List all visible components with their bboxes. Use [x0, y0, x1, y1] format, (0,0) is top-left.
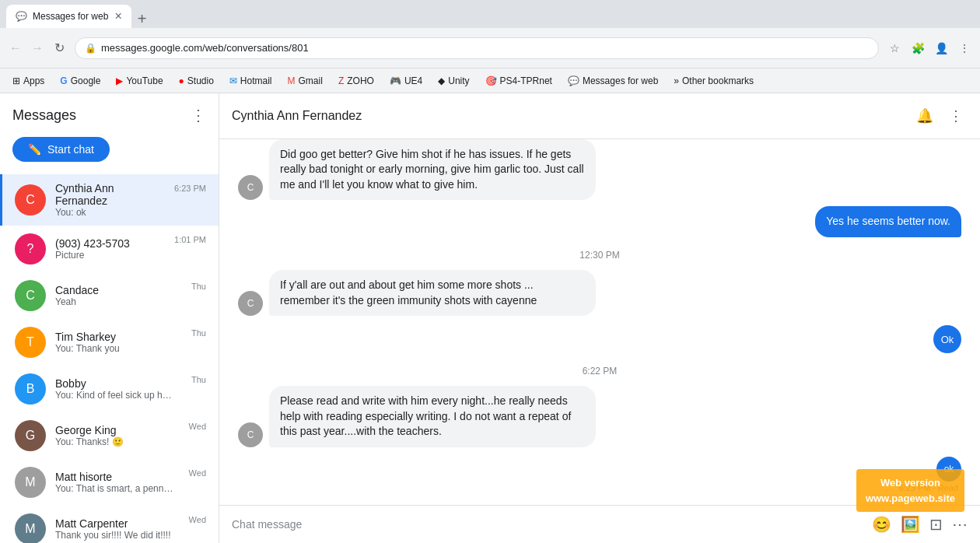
google-icon: G	[60, 75, 67, 86]
notification-btn[interactable]: 🔔	[912, 103, 938, 129]
conv-content: CandaceYeah	[55, 284, 176, 307]
conv-preview: You: Thank you	[55, 343, 176, 354]
bookmark-messages-web[interactable]: 💬 Messages for web	[562, 74, 664, 88]
conversation-item[interactable]: TTim SharkeyYou: Thank youThu	[0, 319, 219, 366]
conv-preview: You: ok	[55, 207, 159, 218]
conv-time: Wed	[189, 515, 206, 524]
bookmarks-bar: ⊞ Apps G Google ▶ YouTube ● Studio ✉ Hot…	[0, 68, 980, 93]
conversation-item[interactable]: MMatt CarpenterThank you sir!!!! We did …	[0, 506, 219, 543]
conv-name: Bobby	[55, 377, 176, 390]
bookmark-hotmail[interactable]: ✉ Hotmail	[223, 74, 278, 88]
avatar: T	[15, 327, 46, 358]
avatar: M	[15, 467, 46, 498]
avatar: C	[15, 280, 46, 311]
reload-btn[interactable]: ↻	[50, 39, 68, 58]
conv-content: (903) 423-5703Picture	[55, 237, 159, 261]
apps-icon: ⊞	[12, 75, 20, 86]
conversation-item[interactable]: MMatt hisorteYou: That is smart, a penny…	[0, 459, 219, 506]
chat-header: Cynthia Ann Fernandez 🔔 ⋮	[219, 93, 980, 139]
tab-title: Messages for web	[33, 11, 108, 22]
new-tab-btn[interactable]: +	[138, 10, 147, 28]
back-btn[interactable]: ←	[6, 39, 25, 58]
studio-icon: ●	[179, 75, 184, 86]
conv-preview: You: That is smart, a penny saved is a .…	[55, 483, 173, 494]
conv-name: Candace	[55, 284, 176, 296]
unity-icon: ◆	[438, 75, 445, 86]
tab-bar: 💬 Messages for web × +	[0, 0, 980, 28]
chat-messages: That is awesome, thank you for sending👍❤…	[219, 139, 980, 505]
chat-header-actions: 🔔 ⋮	[912, 103, 968, 129]
watermark-line2: www.pageweb.site	[866, 491, 955, 506]
conversation-item[interactable]: GGeorge KingYou: Thanks! 🙂Wed	[0, 412, 219, 459]
browser-bar: ← → ↻ 🔒 messages.google.com/web/conversa…	[0, 28, 980, 68]
hotmail-icon: ✉	[229, 75, 237, 86]
active-tab[interactable]: 💬 Messages for web ×	[6, 5, 131, 28]
timestamp-label: 12:30 PM	[238, 250, 961, 261]
avatar: ?	[15, 233, 46, 264]
bookmark-studio[interactable]: ● Studio	[173, 74, 220, 88]
sidebar: Messages ⋮ ✏️ Start chat CCynthia Ann Fe…	[0, 93, 219, 543]
conversation-list: CCynthia Ann FernandezYou: ok6:23 PM?(90…	[0, 174, 219, 543]
youtube-icon: ▶	[116, 75, 123, 86]
conv-name: Matt hisorte	[55, 471, 173, 483]
bookmark-google[interactable]: G Google	[54, 74, 107, 88]
profile-btn[interactable]: 👤	[932, 39, 950, 58]
extensions-btn[interactable]: 🧩	[908, 39, 927, 58]
conv-preview: You: Kind of feel sick up here I swear .…	[55, 390, 176, 401]
message-bubble: If y'all are out and about get him some …	[269, 270, 596, 316]
timestamp-label: 6:22 PM	[238, 366, 961, 377]
message-bubble: Did goo get better? Give him shot if he …	[269, 139, 596, 200]
conv-name: (903) 423-5703	[55, 237, 159, 250]
lock-icon: 🔒	[85, 43, 96, 54]
message-avatar: C	[238, 422, 263, 447]
browser-actions: ☆ 🧩 👤 ⋮	[885, 39, 974, 58]
chat-input[interactable]	[232, 518, 863, 531]
bookmark-ue4[interactable]: 🎮 UE4	[383, 74, 429, 88]
conv-time: 1:01 PM	[174, 235, 206, 244]
more-btn[interactable]: ⋯	[952, 515, 968, 534]
conv-time: Thu	[191, 375, 206, 384]
image-btn[interactable]: 🖼️	[901, 515, 920, 534]
ok-small-row: ok6:23 PM · Read	[238, 457, 961, 492]
conversation-item[interactable]: ?(903) 423-5703Picture1:01 PM	[0, 226, 219, 272]
message-row-sent: Yes he seems better now.	[238, 206, 961, 237]
address-bar[interactable]: 🔒 messages.google.com/web/conversations/…	[75, 37, 879, 59]
bookmark-other[interactable]: » Other bookmarks	[667, 74, 760, 88]
tab-close-btn[interactable]: ×	[114, 9, 121, 23]
zoho-icon: Z	[338, 75, 344, 86]
conv-content: BobbyYou: Kind of feel sick up here I sw…	[55, 377, 176, 401]
ok-circle-btn[interactable]: Ok	[933, 325, 961, 353]
start-chat-button[interactable]: ✏️ Start chat	[12, 137, 110, 162]
bookmark-apps[interactable]: ⊞ Apps	[6, 74, 51, 88]
forward-btn[interactable]: →	[28, 39, 47, 58]
conv-time: Wed	[189, 422, 206, 431]
watermark: Web version www.pageweb.site	[856, 469, 964, 512]
bookmark-gmail[interactable]: M Gmail	[282, 74, 329, 88]
bookmark-zoho[interactable]: Z ZOHO	[332, 74, 380, 88]
emoji-btn[interactable]: 😊	[872, 515, 891, 534]
expand-btn[interactable]: ⊡	[929, 515, 943, 534]
bookmark-youtube[interactable]: ▶ YouTube	[110, 74, 169, 88]
app-container: Messages ⋮ ✏️ Start chat CCynthia Ann Fe…	[0, 93, 980, 543]
conv-content: Matt hisorteYou: That is smart, a penny …	[55, 471, 173, 494]
menu-btn[interactable]: ⋮	[955, 39, 974, 58]
conv-content: Matt CarpenterThank you sir!!!! We did i…	[55, 517, 173, 541]
conversation-item[interactable]: BBobbyYou: Kind of feel sick up here I s…	[0, 366, 219, 412]
conv-time: Wed	[189, 468, 206, 478]
ps4-tpr-icon: 🎯	[485, 75, 497, 86]
conv-time: Thu	[191, 282, 206, 291]
tab-favicon: 💬	[16, 11, 26, 22]
sidebar-header: Messages ⋮	[0, 93, 219, 131]
sidebar-menu-btn[interactable]: ⋮	[191, 106, 206, 124]
conversation-item[interactable]: CCandaceYeahThu	[0, 272, 219, 319]
conv-time: 6:23 PM	[174, 184, 206, 193]
bookmark-star-btn[interactable]: ☆	[885, 39, 904, 58]
header-menu-btn[interactable]: ⋮	[944, 103, 968, 129]
avatar: C	[15, 184, 46, 215]
conversation-item[interactable]: CCynthia Ann FernandezYou: ok6:23 PM	[0, 174, 219, 226]
conv-name: Matt Carpenter	[55, 517, 173, 530]
conv-name: Cynthia Ann Fernandez	[55, 182, 159, 207]
bookmark-unity[interactable]: ◆ Unity	[432, 74, 475, 88]
message-row-received: CPlease read and write with him every ni…	[238, 386, 961, 447]
bookmark-ps4-tpr[interactable]: 🎯 PS4-TPRnet	[479, 74, 558, 88]
